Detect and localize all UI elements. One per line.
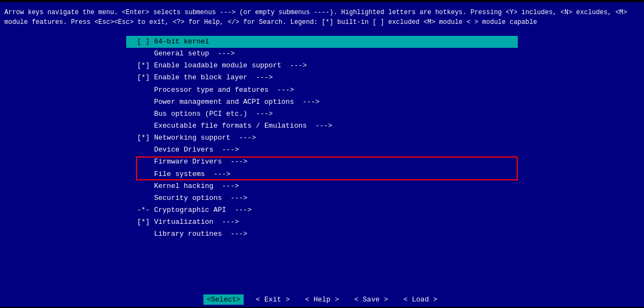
menu-item-processor[interactable]: Processor type and features --->	[126, 84, 518, 96]
exit-button[interactable]: < Exit >	[252, 294, 293, 305]
menu-item-virtualization[interactable]: [*] Virtualization --->	[126, 216, 518, 228]
button-row: <Select> < Exit > < Help > < Save > < Lo…	[0, 294, 644, 305]
menu-item-executable[interactable]: Executable file formats / Emulations ---…	[126, 120, 518, 132]
load-button[interactable]: < Load >	[400, 294, 441, 305]
main-area: [ ] 64-bit kernel General setup --->[*] …	[0, 29, 644, 291]
save-button[interactable]: < Save >	[351, 294, 391, 305]
help-text-content: Arrow keys navigate the menu. <Enter> se…	[4, 9, 627, 26]
menu-item-device[interactable]: Device Drivers --->	[126, 144, 518, 156]
help-button[interactable]: < Help >	[302, 294, 342, 305]
menu-item-firmware[interactable]: Firmware Drivers --->	[126, 156, 518, 168]
menu-item-loadable[interactable]: [*] Enable loadable module support --->	[126, 60, 518, 72]
menu-item-64bit[interactable]: [ ] 64-bit kernel	[126, 36, 518, 48]
menu-box: [ ] 64-bit kernel General setup --->[*] …	[126, 34, 518, 242]
bottom-bar: <Select> < Exit > < Help > < Save > < Lo…	[0, 291, 644, 307]
menu-item-networking[interactable]: [*] Networking support --->	[126, 132, 518, 144]
menu-item-kernel[interactable]: Kernel hacking --->	[126, 180, 518, 192]
help-text: Arrow keys navigate the menu. <Enter> se…	[0, 5, 644, 29]
menu-item-bus[interactable]: Bus options (PCI etc.) --->	[126, 108, 518, 120]
select-button[interactable]: <Select>	[203, 294, 244, 305]
menu-item-filesystems[interactable]: File systems --->	[126, 168, 518, 180]
terminal: Arrow keys navigate the menu. <Enter> se…	[0, 0, 644, 308]
menu-item-general[interactable]: General setup --->	[126, 48, 518, 60]
menu-item-block[interactable]: [*] Enable the block layer --->	[126, 72, 518, 84]
menu-item-security[interactable]: Security options --->	[126, 192, 518, 204]
menu-item-crypto[interactable]: -*- Cryptographic API --->	[126, 204, 518, 216]
menu-item-power[interactable]: Power management and ACPI options --->	[126, 96, 518, 108]
menu-item-library[interactable]: Library routines --->	[126, 228, 518, 240]
